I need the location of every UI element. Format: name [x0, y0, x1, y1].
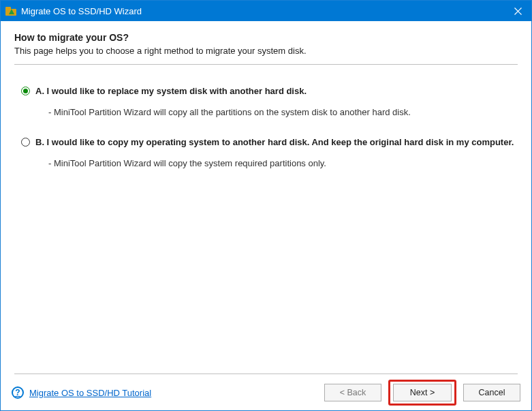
footer-buttons: < Back Next > Cancel: [324, 380, 520, 406]
page-subtitle: This page helps you to choose a right me…: [14, 46, 518, 56]
close-icon: [514, 7, 522, 15]
title-bar: Migrate OS to SSD/HD Wizard: [1, 1, 531, 21]
footer-divider: [14, 374, 518, 374]
option-b-row[interactable]: B. I would like to copy my operating sys…: [21, 136, 518, 149]
content-area: How to migrate your OS? This page helps …: [1, 21, 531, 168]
app-icon: [5, 5, 17, 17]
page-title: How to migrate your OS?: [14, 32, 518, 43]
footer-bar: ? Migrate OS to SSD/HD Tutorial < Back N…: [1, 375, 531, 410]
cancel-button[interactable]: Cancel: [463, 384, 520, 401]
next-button[interactable]: Next >: [393, 384, 452, 401]
svg-rect-1: [5, 7, 11, 10]
back-button[interactable]: < Back: [324, 384, 381, 401]
option-a-row[interactable]: A. I would like to replace my system dis…: [21, 85, 518, 97]
close-button[interactable]: [504, 1, 531, 21]
options-group: A. I would like to replace my system dis…: [14, 85, 518, 168]
divider: [14, 64, 518, 65]
radio-option-b[interactable]: [21, 138, 30, 147]
option-a-description: - MiniTool Partition Wizard will copy al…: [48, 107, 518, 117]
option-a-label: A. I would like to replace my system dis…: [35, 85, 307, 97]
tutorial-link[interactable]: ? Migrate OS to SSD/HD Tutorial: [12, 386, 151, 399]
window-title: Migrate OS to SSD/HD Wizard: [21, 6, 504, 16]
help-icon: ?: [12, 386, 24, 399]
option-b-label: B. I would like to copy my operating sys…: [35, 136, 514, 149]
radio-option-a[interactable]: [21, 87, 30, 95]
option-b-description: - MiniTool Partition Wizard will copy th…: [48, 158, 518, 168]
tutorial-link-text: Migrate OS to SSD/HD Tutorial: [29, 388, 151, 398]
next-highlight: Next >: [388, 380, 456, 406]
